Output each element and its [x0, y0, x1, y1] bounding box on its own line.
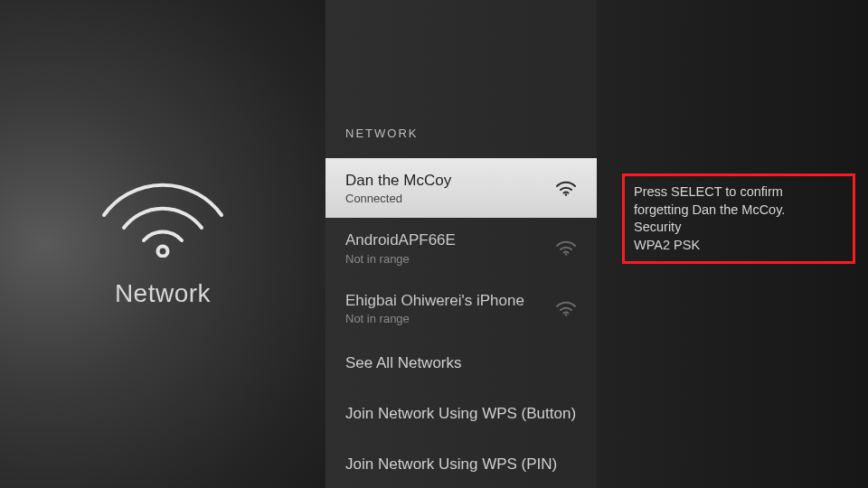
left-panel-title: Network: [115, 279, 211, 308]
network-name: Ehigbai Ohiwerei's iPhone: [345, 291, 524, 310]
network-hero: Network: [95, 172, 231, 308]
svg-point-3: [565, 314, 568, 316]
network-name: AndroidAPF66E: [345, 230, 456, 249]
svg-point-1: [565, 193, 568, 196]
network-name: Dan the McCoy: [345, 171, 451, 190]
security-value: WPA2 PSK: [634, 237, 844, 255]
join-wps-button[interactable]: Join Network Using WPS (Button): [326, 389, 597, 439]
wifi-signal-icon: [555, 239, 577, 256]
detail-panel: Press SELECT to confirm forgetting Dan t…: [597, 0, 868, 488]
wifi-signal-icon: [555, 180, 577, 196]
prompt-line: forgetting Dan the McCoy.: [634, 202, 844, 220]
svg-point-2: [565, 254, 568, 257]
network-status: Not in range: [345, 312, 524, 325]
networks-list-panel: NETWORK Dan the McCoy Connected: [326, 0, 597, 488]
prompt-line: Press SELECT to confirm: [634, 183, 844, 202]
network-item-androidapf66e[interactable]: AndroidAPF66E Not in range: [326, 218, 597, 277]
forget-network-prompt: Press SELECT to confirm forgetting Dan t…: [622, 174, 855, 264]
wifi-signal-icon: [555, 300, 577, 316]
see-all-networks[interactable]: See All Networks: [326, 338, 597, 389]
network-item-ehigbai-iphone[interactable]: Ehigbai Ohiwerei's iPhone Not in range: [326, 278, 597, 338]
network-status: Connected: [345, 192, 451, 205]
network-item-dan-the-mccoy[interactable]: Dan the McCoy Connected: [326, 158, 597, 218]
left-panel: Network: [0, 0, 326, 488]
svg-point-0: [158, 246, 168, 256]
join-wps-pin[interactable]: Join Network Using WPS (PIN): [326, 439, 597, 488]
section-header-network: NETWORK: [326, 127, 597, 158]
security-label: Security: [634, 219, 844, 237]
network-status: Not in range: [345, 252, 456, 266]
network-settings-screen: Network NETWORK Dan the McCoy Connected: [0, 0, 868, 488]
wifi-icon: [95, 172, 231, 258]
